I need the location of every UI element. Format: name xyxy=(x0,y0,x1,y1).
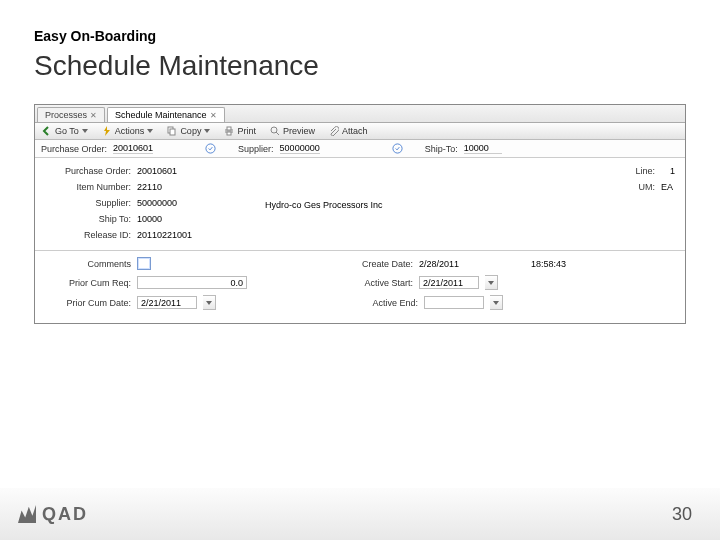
comments-label: Comments xyxy=(45,259,131,269)
goto-button[interactable]: Go To xyxy=(39,125,91,137)
filter-po-value[interactable]: 20010601 xyxy=(113,143,153,154)
supplier-label: Supplier: xyxy=(45,198,131,208)
supplier-value: 50000000 xyxy=(137,198,177,208)
item-value: 22110 xyxy=(137,182,162,192)
chevron-down-icon xyxy=(204,129,210,133)
attach-button[interactable]: Attach xyxy=(326,125,371,137)
qad-logo: QAD xyxy=(18,504,88,525)
print-button[interactable]: Print xyxy=(221,125,259,137)
line-value: 1 xyxy=(661,166,675,176)
close-icon[interactable]: ✕ xyxy=(90,111,97,120)
tab-strip: Processes ✕ Schedule Maintenance ✕ xyxy=(35,105,685,123)
activestart-label: Active Start: xyxy=(343,278,413,288)
tab-schedule-maintenance[interactable]: Schedule Maintenance ✕ xyxy=(107,107,225,122)
supplier-name: Hydro-co Ges Processors Inc xyxy=(265,200,445,210)
priorcumdate-label: Prior Cum Date: xyxy=(45,298,131,308)
tab-label: Schedule Maintenance xyxy=(115,110,207,120)
line-label: Line: xyxy=(625,166,655,176)
createdate-label: Create Date: xyxy=(343,259,413,269)
details-panel: Purchase Order:20010601 Item Number:2211… xyxy=(35,158,685,250)
date-dropdown-icon[interactable] xyxy=(203,295,216,310)
slide-footer: QAD 30 xyxy=(0,488,720,540)
toolbar: Go To Actions Copy Print Preview xyxy=(35,123,685,140)
priorcum-input[interactable]: 0.0 xyxy=(137,276,247,289)
lookup-icon[interactable] xyxy=(205,143,216,154)
toolbar-label: Copy xyxy=(180,126,201,136)
comments-checkbox[interactable] xyxy=(137,257,151,270)
priorcumdate-input[interactable]: 2/21/2011 xyxy=(137,296,197,309)
filter-shipto-value[interactable]: 10000 xyxy=(464,143,502,154)
copy-icon xyxy=(167,126,177,136)
page-number: 30 xyxy=(672,504,692,525)
lookup-icon[interactable] xyxy=(392,143,403,154)
createdate-value: 2/28/2011 xyxy=(419,259,479,269)
priorcum-label: Prior Cum Req: xyxy=(45,278,131,288)
activeend-input[interactable] xyxy=(424,296,484,309)
copy-button[interactable]: Copy xyxy=(164,125,213,137)
svg-point-7 xyxy=(206,144,215,153)
filter-supplier-label: Supplier: xyxy=(238,144,274,154)
svg-rect-1 xyxy=(170,129,175,135)
activestart-input[interactable]: 2/21/2011 xyxy=(419,276,479,289)
preview-icon xyxy=(270,126,280,136)
logo-mark-icon xyxy=(18,505,36,523)
tab-label: Processes xyxy=(45,110,87,120)
item-label: Item Number: xyxy=(45,182,131,192)
date-dropdown-icon[interactable] xyxy=(485,275,498,290)
svg-point-8 xyxy=(393,144,402,153)
logo-text: QAD xyxy=(42,504,88,525)
close-icon[interactable]: ✕ xyxy=(210,111,217,120)
arrow-left-icon xyxy=(42,126,52,136)
um-value: EA xyxy=(661,182,675,192)
toolbar-label: Go To xyxy=(55,126,79,136)
shipto-label: Ship To: xyxy=(45,214,131,224)
filter-shipto-label: Ship-To: xyxy=(425,144,458,154)
actions-button[interactable]: Actions xyxy=(99,125,157,137)
chevron-down-icon xyxy=(147,129,153,133)
activeend-label: Active End: xyxy=(348,298,418,308)
slide-eyebrow: Easy On-Boarding xyxy=(34,28,686,44)
release-label: Release ID: xyxy=(45,230,131,240)
app-window: Processes ✕ Schedule Maintenance ✕ Go To… xyxy=(34,104,686,324)
toolbar-label: Actions xyxy=(115,126,145,136)
lightning-icon xyxy=(102,126,112,136)
chevron-down-icon xyxy=(82,129,88,133)
lower-panel: Comments Create Date: 2/28/2011 18:58:43… xyxy=(35,250,685,323)
shipto-value: 10000 xyxy=(137,214,162,224)
createtime-value: 18:58:43 xyxy=(531,259,566,269)
toolbar-label: Print xyxy=(237,126,256,136)
filter-bar: Purchase Order: 20010601 Supplier: 50000… xyxy=(35,140,685,158)
po-label: Purchase Order: xyxy=(45,166,131,176)
filter-po-label: Purchase Order: xyxy=(41,144,107,154)
print-icon xyxy=(224,126,234,136)
date-dropdown-icon[interactable] xyxy=(490,295,503,310)
po-value: 20010601 xyxy=(137,166,177,176)
um-label: UM: xyxy=(625,182,655,192)
toolbar-label: Attach xyxy=(342,126,368,136)
tab-processes[interactable]: Processes ✕ xyxy=(37,107,105,122)
preview-button[interactable]: Preview xyxy=(267,125,318,137)
slide-title: Schedule Maintenance xyxy=(34,50,686,82)
paperclip-icon xyxy=(329,126,339,136)
release-value: 20110221001 xyxy=(137,230,192,240)
filter-supplier-value[interactable]: 50000000 xyxy=(280,143,320,154)
svg-line-6 xyxy=(276,132,279,135)
svg-rect-3 xyxy=(227,127,231,130)
svg-rect-4 xyxy=(227,132,231,135)
toolbar-label: Preview xyxy=(283,126,315,136)
